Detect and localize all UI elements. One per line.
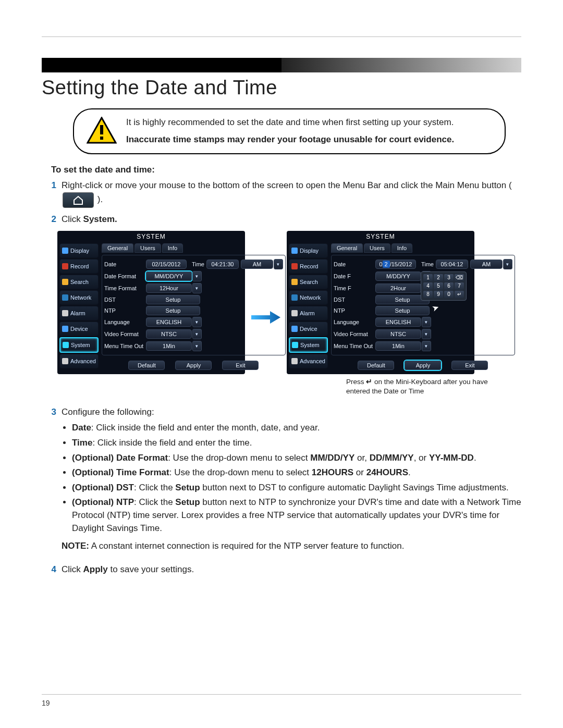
menu-time-out-select[interactable]: 1Min [146,341,202,351]
dvr-system-panel-left: SYSTEM DisplayRecordSearchNetworkAlarmDe… [57,231,245,374]
svg-rect-1 [100,125,103,134]
advanced-icon [291,358,298,364]
device-icon [291,326,298,332]
form-row-language: LanguageENGLISH [334,317,512,327]
sidebar-item-search[interactable]: Search [289,275,328,289]
sidebar-item-display[interactable]: Display [59,243,99,258]
form-row-time-format: Time Format12Hour [104,283,283,293]
sidebar-item-device[interactable]: Device [59,322,99,336]
network-icon [62,294,68,301]
sidebar-item-system[interactable]: System [59,337,99,353]
step-1-body: Right-click or move your mouse to the bo… [62,179,521,208]
keypad-key[interactable]: 3 [444,274,454,281]
system-icon [63,342,69,348]
tab-users[interactable]: Users [364,243,390,253]
tab-general[interactable]: General [331,243,363,253]
menu-time-out-select[interactable]: 1Min [375,341,431,351]
exit-button[interactable]: Exit [222,361,259,370]
top-rule [42,36,521,37]
step-number: 2 [42,213,62,226]
date-field[interactable]: 02/15/2012 [146,260,187,269]
sidebar-item-alarm[interactable]: Alarm [289,306,328,320]
warning-callout: It is highly recommended to set the date… [73,108,506,154]
sidebar-item-record[interactable]: Record [289,259,328,274]
sidebar-item-network[interactable]: Network [289,290,328,305]
main-menu-button-icon [63,192,94,208]
display-icon [62,248,68,254]
steps-list-cont: 3 Configure the following: Date: Click i… [42,406,521,576]
record-icon [62,263,68,269]
network-icon [291,294,298,301]
callout-line2: Inaccurate time stamps may render your f… [126,134,454,146]
keypad-key[interactable]: 6 [444,282,454,290]
sidebar-item-alarm[interactable]: Alarm [59,306,99,320]
sidebar-item-display[interactable]: Display [289,243,328,258]
steps-list: 1 Right-click or move your mouse to the … [42,179,521,226]
sidebar-item-advanced[interactable]: Advanced [59,354,99,368]
dvr-general-form: Date 02/15/2012 Time 04:21:30 AM Date Fo… [102,255,286,355]
search-icon [291,279,298,285]
tab-users[interactable]: Users [134,243,161,253]
step-number: 4 [42,563,62,576]
sidebar-item-device[interactable]: Device [289,322,328,336]
default-button[interactable]: Default [358,361,394,370]
ampm-select[interactable]: AM [241,259,283,269]
form-row-ntp: NTPSetup [334,306,512,315]
form-row-video-format: Video FormatNTSC [334,329,512,339]
sidebar-item-network[interactable]: Network [59,290,99,305]
tab-info[interactable]: Info [162,243,183,253]
form-row-ntp: NTPSetup [104,306,283,315]
language-select[interactable]: ENGLISH [375,317,431,327]
keypad-key[interactable]: 7 [455,282,464,290]
screenshot-caption: Press ↵ on the Mini-Keyboard after you h… [317,377,505,396]
dst-setup-button[interactable]: Setup [146,295,200,304]
form-row-menu-time-out: Menu Time Out1Min [104,341,283,351]
ampm-select[interactable]: AM [470,259,512,269]
date-label: Date [334,261,373,267]
callout-text: It is highly recommended to set the date… [126,117,454,146]
keypad-key[interactable]: 0 [444,291,454,298]
keypad-key[interactable]: 1 [423,274,433,281]
tab-info[interactable]: Info [391,243,412,253]
keypad-key[interactable]: 9 [434,291,443,298]
search-icon [62,279,68,285]
system-icon [292,342,298,348]
dvr-system-panel-right: SYSTEM DisplayRecordSearchNetworkAlarmDe… [287,231,474,374]
apply-button[interactable]: Apply [405,361,441,370]
mini-keyboard[interactable]: 123⌫4567890↵ [421,272,467,301]
keypad-key[interactable]: ⌫ [455,274,464,281]
keypad-key[interactable]: ↵ [455,291,464,298]
dvr-tabs: GeneralUsersInfo [102,243,286,253]
time-field[interactable]: 04:21:30 [206,260,239,269]
alarm-icon [291,310,298,316]
language-select[interactable]: ENGLISH [146,317,202,327]
apply-button[interactable]: Apply [175,361,212,370]
time-format-select[interactable]: 12Hour [146,283,202,293]
sidebar-item-system[interactable]: System [289,337,328,353]
keypad-key[interactable]: 2 [434,274,443,281]
exit-button[interactable]: Exit [451,361,488,370]
step-number: 3 [42,406,62,558]
callout-line1: It is highly recommended to set the date… [126,117,454,129]
video-format-select[interactable]: NTSC [146,329,202,339]
tab-general[interactable]: General [102,243,133,253]
keypad-key[interactable]: 5 [434,282,443,290]
keypad-key[interactable]: 8 [423,291,433,298]
video-format-select[interactable]: NTSC [375,329,431,339]
ntp-setup-button[interactable]: Setup [375,306,430,315]
form-row-video-format: Video FormatNTSC [104,329,283,339]
keypad-key[interactable]: 4 [423,282,433,290]
default-button[interactable]: Default [128,361,165,370]
date-field[interactable]: 02/15/2012 [375,260,416,269]
form-row-dst: DSTSetup [104,295,283,304]
ntp-setup-button[interactable]: Setup [146,306,200,315]
dvr-sidebar: DisplayRecordSearchNetworkAlarmDeviceSys… [57,242,101,371]
step-3-body: Configure the following: Date: Click ins… [62,406,521,558]
date-format-select[interactable]: MM/DD/YY [146,271,202,281]
time-field[interactable]: 05:04:12 [436,260,468,269]
sidebar-item-record[interactable]: Record [59,259,99,274]
sidebar-item-advanced[interactable]: Advanced [289,354,328,368]
page-number: 19 [42,694,521,707]
dvr-sidebar: DisplayRecordSearchNetworkAlarmDeviceSys… [287,242,330,371]
sidebar-item-search[interactable]: Search [59,275,99,289]
